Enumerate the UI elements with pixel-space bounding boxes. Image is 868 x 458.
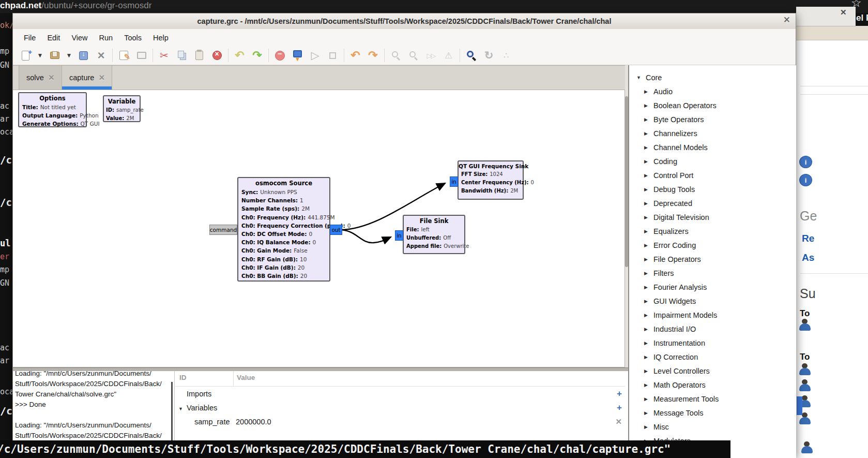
window-close-icon[interactable]: ✕	[783, 14, 790, 25]
tree-category[interactable]: Filters	[629, 266, 796, 280]
expand-arrow-icon[interactable]	[644, 271, 649, 276]
tree-category[interactable]: Channel Models	[629, 140, 796, 154]
browser-link[interactable]: As	[802, 252, 814, 263]
tree-category[interactable]: Control Port	[629, 168, 796, 182]
redo-icon[interactable]	[251, 49, 264, 62]
samp-rate-row[interactable]: samp_rate 2000000.0 ✕	[175, 416, 625, 430]
expand-arrow-icon[interactable]	[644, 103, 649, 108]
kill-icon[interactable]	[326, 49, 339, 62]
tab-close-icon[interactable]: ×	[99, 74, 104, 81]
zoom-in-icon[interactable]	[389, 49, 402, 62]
tree-category[interactable]: Math Operators	[629, 378, 796, 392]
remove-variable-icon[interactable]: ✕	[615, 417, 622, 426]
tree-category[interactable]: Debug Tools	[629, 182, 796, 196]
expand-arrow-icon[interactable]	[644, 354, 649, 360]
new-dropdown-icon[interactable]	[37, 49, 43, 62]
expand-arrow-icon[interactable]	[644, 117, 649, 122]
expand-arrow-icon[interactable]	[644, 257, 649, 262]
menu-item[interactable]: File	[18, 32, 41, 44]
expand-arrow-icon[interactable]	[644, 187, 649, 192]
expand-arrow-icon[interactable]	[644, 173, 649, 178]
undo-icon[interactable]	[233, 49, 246, 62]
info-icon[interactable]: i	[799, 156, 812, 168]
expand-arrow-icon[interactable]	[644, 215, 649, 220]
expand-arrow-icon[interactable]	[644, 285, 649, 290]
menu-item[interactable]: Help	[147, 32, 174, 44]
edit-properties-icon[interactable]	[117, 49, 130, 62]
port-out[interactable]: out	[330, 225, 342, 235]
scrollbar-fragment[interactable]	[797, 396, 802, 415]
tree-category[interactable]: Equalizers	[629, 224, 796, 238]
expand-arrow-icon[interactable]	[644, 341, 649, 346]
tree-category[interactable]: Fourier Analysis	[629, 280, 796, 294]
tree-root-core[interactable]: Core	[629, 70, 796, 84]
expand-arrow-icon[interactable]	[644, 243, 649, 248]
expand-arrow-icon[interactable]	[644, 410, 649, 416]
menu-item[interactable]: Tools	[118, 32, 147, 44]
tree-category[interactable]: Industrial I/O	[629, 322, 796, 336]
info-icon[interactable]: i	[799, 174, 812, 186]
block-options[interactable]: Options Title:Not titled yetOutput Langu…	[18, 92, 87, 127]
avatar[interactable]	[798, 319, 812, 332]
menu-item[interactable]: View	[66, 32, 93, 44]
tree-category[interactable]: Coding	[629, 154, 796, 168]
collapse-arrow-icon[interactable]: ▼	[178, 406, 183, 411]
background-close-icon[interactable]: ✕	[840, 8, 847, 17]
tab-close-icon[interactable]: ×	[49, 74, 54, 81]
oot-icon[interactable]	[500, 49, 513, 62]
tab-capture[interactable]: capture ×	[62, 66, 112, 90]
menu-item[interactable]: Edit	[41, 32, 66, 44]
expand-arrow-icon[interactable]	[644, 145, 649, 150]
expand-arrow-icon[interactable]	[644, 313, 649, 318]
tree-category[interactable]: Byte Operators	[629, 112, 796, 126]
tree-category[interactable]: Error Coding	[629, 238, 796, 252]
expand-arrow-icon[interactable]	[644, 382, 649, 388]
tab-solve[interactable]: solve ×	[19, 66, 62, 90]
tree-category[interactable]: Instrumentation	[629, 336, 796, 350]
avatar[interactable]	[798, 363, 812, 377]
block-qtgui-frequency-sink[interactable]: QT GUI Frequency Sink FFT Size:1024Cente…	[458, 160, 524, 200]
open-dropdown-icon[interactable]	[66, 49, 72, 62]
tree-category[interactable]: Deprecated	[629, 196, 796, 210]
tree-category[interactable]: IQ Correction	[629, 350, 796, 364]
expand-arrow-icon[interactable]	[644, 89, 649, 94]
browser-link[interactable]: Re	[802, 233, 814, 244]
panel-splitter[interactable]	[13, 367, 628, 371]
tree-category[interactable]: Level Controllers	[629, 364, 796, 378]
port-command[interactable]: command	[209, 225, 237, 235]
tree-category[interactable]: File Operators	[629, 252, 796, 266]
menu-item[interactable]: Run	[94, 32, 119, 44]
screen-capture-icon[interactable]	[135, 49, 148, 62]
copy-icon[interactable]	[175, 49, 188, 62]
expand-arrow-icon[interactable]	[644, 201, 649, 206]
new-file-icon[interactable]	[19, 49, 32, 62]
find-block-icon[interactable]	[465, 49, 478, 62]
tree-category[interactable]: GUI Widgets	[629, 294, 796, 308]
port-in[interactable]: in	[450, 176, 458, 187]
port-in[interactable]: in	[395, 230, 403, 241]
close-file-icon[interactable]	[95, 49, 108, 62]
expand-arrow-icon[interactable]	[644, 159, 649, 164]
tree-category[interactable]: Misc	[629, 420, 796, 434]
expand-arrow-icon[interactable]	[644, 299, 649, 304]
tree-category[interactable]: Message Tools	[629, 406, 796, 420]
save-icon[interactable]	[77, 49, 90, 62]
reload-blocks-icon[interactable]	[482, 49, 495, 62]
expand-arrow-icon[interactable]	[644, 131, 649, 136]
block-osmocom-source[interactable]: osmocom Source Sync:Unknown PPSNumber Ch…	[237, 177, 330, 282]
tree-category[interactable]: Audio	[629, 84, 796, 98]
expand-arrow-icon[interactable]	[644, 424, 649, 430]
tree-category[interactable]: Channelizers	[629, 126, 796, 140]
expand-arrow-icon[interactable]	[644, 327, 649, 332]
flowgraph-canvas[interactable]: Options Title:Not titled yetOutput Langu…	[13, 90, 625, 367]
avatar[interactable]	[800, 441, 814, 455]
fast-forward-icon[interactable]	[424, 49, 437, 62]
expand-arrow-icon[interactable]	[644, 368, 649, 374]
avatar[interactable]	[798, 379, 812, 393]
paste-icon[interactable]	[193, 49, 206, 62]
expand-arrow-icon[interactable]	[644, 396, 649, 402]
block-file-sink[interactable]: File Sink File:leftUnbuffered:OffAppend …	[403, 215, 465, 254]
execute-icon[interactable]	[309, 49, 322, 62]
errors-icon[interactable]	[273, 49, 286, 62]
flowgraph-errors-icon[interactable]	[442, 49, 455, 62]
